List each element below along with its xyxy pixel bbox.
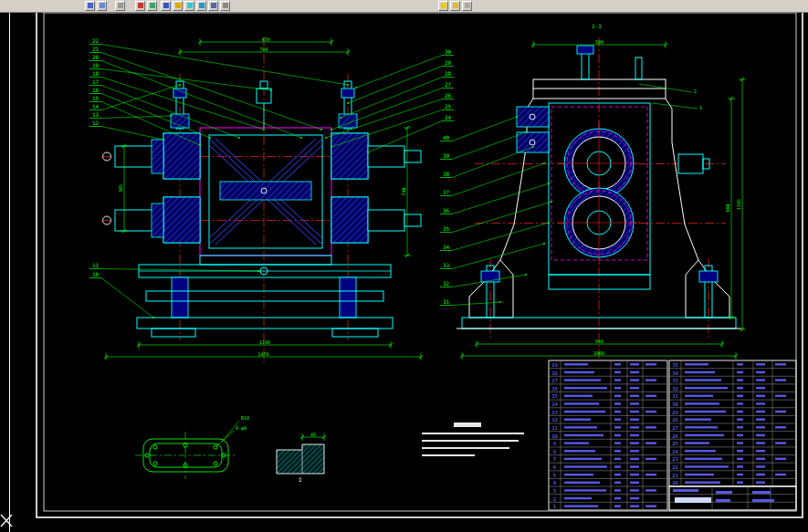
leader-line (101, 69, 271, 91)
balloon-label: 18 (92, 70, 100, 77)
leader-label: 1 (699, 105, 702, 110)
bom-row-no: 35 (672, 362, 678, 368)
leader-line (341, 78, 442, 119)
dim-label: 1060 (593, 350, 604, 356)
bom-name-bar (564, 442, 589, 443)
leader-dot (499, 301, 501, 303)
bom-row-no: 16 (551, 386, 558, 391)
dim-label: 700 (259, 47, 268, 52)
leader-dot (551, 201, 552, 203)
dim-label: 940 (595, 339, 603, 344)
leader-dot (263, 129, 265, 130)
leader-dot (163, 139, 164, 141)
bom-name-bar (685, 387, 728, 389)
named-views-icon[interactable] (85, 1, 95, 11)
side-flanges (517, 107, 549, 152)
bom-row-no: 31 (672, 393, 678, 399)
zoom-all-icon[interactable] (220, 1, 230, 11)
bom-row-no: 1 (553, 504, 556, 509)
leader-line (452, 132, 526, 160)
zoom-scale-icon[interactable] (196, 1, 206, 11)
bom-row-no: 10 (551, 433, 558, 439)
bom-name-bar (685, 442, 709, 443)
dim-label: 740 (401, 187, 406, 195)
balloon-label: 28 (445, 70, 452, 77)
markup-icon[interactable] (462, 1, 472, 11)
zoom-dynamic-icon[interactable] (184, 1, 194, 11)
bom-name-bar (564, 395, 593, 397)
materials-icon[interactable] (147, 1, 157, 11)
leader-line (101, 85, 180, 110)
balloon-label: 24 (445, 114, 452, 120)
bom-name-bar (685, 426, 718, 428)
bom-row-no: 34 (672, 370, 678, 376)
sheet-set-icon[interactable] (450, 1, 460, 11)
drawing-canvas[interactable]: 1-1 (0, 13, 808, 532)
3d-views-icon (100, 3, 105, 8)
dim-label: 450 (261, 37, 269, 42)
leader-dot (525, 131, 527, 133)
leader-dot (171, 115, 173, 117)
camera-icon[interactable] (115, 1, 125, 11)
bom-row-no: 3 (553, 488, 556, 494)
bom-row-no: 4 (553, 480, 557, 485)
bom-name-bar (564, 387, 607, 389)
leader-dot (300, 137, 302, 139)
notes-line-bar (422, 440, 519, 442)
leader-label: R10 (241, 415, 249, 421)
zoom-dynamic-icon (187, 3, 193, 8)
balloon-label: 10 (92, 271, 100, 277)
bom-name-bar (685, 465, 729, 467)
balloon-label: 12 (92, 120, 100, 126)
bom-name-bar (564, 474, 593, 475)
housing-right-profile (666, 99, 698, 260)
bom-name-bar (685, 363, 708, 365)
base-assembly (137, 256, 393, 337)
dim-label: 500 (595, 39, 603, 45)
bom-row-no: 9 (553, 441, 556, 446)
named-views-icon (88, 3, 93, 8)
section-label: 1-1 (592, 23, 602, 29)
leader-dot (179, 84, 181, 86)
balloon-label: 33 (443, 262, 450, 268)
leader-line (101, 278, 153, 318)
bom-row-no: 20 (672, 480, 678, 485)
bom-name-bar (564, 450, 595, 452)
leader-line (452, 183, 549, 214)
leader-label: 8-φ9 (236, 425, 247, 432)
zoom-center-icon[interactable] (208, 1, 218, 11)
leader-line (101, 45, 348, 86)
bom-name-bar (564, 489, 606, 491)
ucs-icon (1, 515, 12, 527)
zoom-all-icon (223, 3, 228, 8)
bom-name-bar (564, 497, 592, 499)
notes-line-bar (422, 447, 509, 449)
bom-row-no: 6 (553, 464, 556, 470)
3d-views-icon[interactable] (97, 1, 107, 11)
bom-name-bar (564, 505, 598, 506)
section-view: 1-1 (456, 23, 741, 361)
bom-row-no: 29 (672, 410, 678, 415)
tool-palette-icon[interactable] (438, 1, 448, 11)
bom-row-no: 28 (672, 417, 678, 422)
bom-name-bar (685, 395, 713, 397)
bom-name-bar (685, 371, 715, 373)
balloon-label: 40 (443, 134, 450, 141)
bom-name-bar (564, 458, 602, 460)
leader-dot (543, 162, 545, 164)
render-icon[interactable] (135, 1, 145, 11)
bom-row-no: 21 (672, 473, 678, 478)
leader-line (452, 163, 544, 196)
titleblock-text-bar (752, 499, 774, 502)
parts-list-table: 1918171615141312111098765432135343332313… (549, 360, 796, 510)
bom-row-no: 19 (551, 362, 558, 368)
zoom-realtime-icon[interactable] (161, 1, 171, 11)
bom-name-bar (564, 426, 597, 428)
zoom-window-icon[interactable] (173, 1, 183, 11)
balloon-label: 11 (92, 262, 100, 268)
balloon-label: 35 (443, 225, 450, 232)
leader-dot (257, 270, 259, 272)
leader-line (452, 202, 551, 233)
balloon-label: 34 (443, 244, 450, 250)
balloon-label: 17 (92, 78, 100, 85)
